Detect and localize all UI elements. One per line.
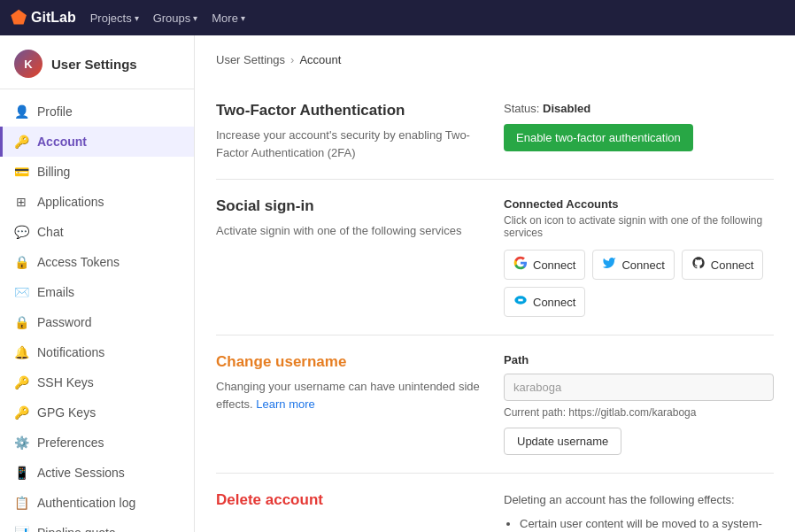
breadcrumb-separator: › — [290, 53, 294, 66]
two-factor-section: Two-Factor Authentication Increase your … — [216, 84, 774, 180]
sidebar-title: User Settings — [51, 57, 137, 72]
path-label: Path — [504, 353, 774, 366]
github-connect-button[interactable]: Connect — [682, 250, 763, 280]
sidebar-navigation: 👤 Profile 🔑 Account 💳 Billing ⊞ Applicat… — [0, 89, 194, 532]
password-icon: 🔒 — [14, 315, 28, 329]
sidebar-item-chat[interactable]: 💬 Chat — [0, 217, 194, 247]
sidebar-item-password[interactable]: 🔒 Password — [0, 307, 194, 337]
sidebar-item-active-sessions[interactable]: 📱 Active Sessions — [0, 458, 194, 488]
nav-more[interactable]: More ▾ — [212, 12, 245, 25]
connected-accounts-title: Connected Accounts — [504, 197, 774, 211]
social-signin-left: Social sign-in Activate signin with one … — [216, 197, 486, 240]
applications-icon: ⊞ — [14, 195, 28, 209]
avatar: K — [14, 50, 42, 78]
gpg-keys-icon: 🔑 — [14, 405, 28, 420]
top-navigation: ⬟ GitLab Projects ▾ Groups ▾ More ▾ — [0, 0, 795, 35]
two-factor-right: Status: Disabled Enable two-factor authe… — [504, 102, 774, 151]
sidebar-item-emails[interactable]: ✉️ Emails — [0, 277, 194, 307]
sidebar-item-pipeline-quota[interactable]: 📊 Pipeline quota — [0, 518, 194, 532]
sidebar-item-preferences[interactable]: ⚙️ Preferences — [0, 428, 194, 458]
twitter-connect-button[interactable]: Connect — [592, 250, 674, 280]
social-signin-desc: Activate signin with one of the followin… — [216, 222, 486, 240]
chevron-down-icon: ▾ — [135, 13, 139, 23]
change-username-section: Change username Changing your username c… — [216, 335, 774, 474]
app-name: GitLab — [31, 10, 76, 26]
social-buttons-row: Connect Connect — [504, 250, 774, 280]
delete-account-left: Delete account — [216, 491, 486, 516]
notifications-icon: 🔔 — [14, 345, 28, 359]
nav-groups[interactable]: Groups ▾ — [153, 12, 198, 25]
google-icon — [513, 256, 528, 274]
enable-2fa-button[interactable]: Enable two-factor authentication — [504, 124, 693, 151]
app-logo[interactable]: ⬟ GitLab — [11, 7, 76, 28]
salesforce-icon — [513, 293, 528, 311]
change-username-left: Change username Changing your username c… — [216, 353, 486, 412]
change-username-right: Path Current path: https://gitlab.com/ka… — [504, 353, 774, 455]
two-factor-desc: Increase your account's security by enab… — [216, 127, 486, 161]
two-factor-status: Status: Disabled — [504, 102, 774, 115]
active-sessions-icon: 📱 — [14, 466, 28, 480]
breadcrumb-parent[interactable]: User Settings — [216, 53, 285, 66]
update-username-button[interactable]: Update username — [504, 428, 621, 455]
chevron-down-icon: ▾ — [241, 13, 245, 23]
sidebar-item-notifications[interactable]: 🔔 Notifications — [0, 337, 194, 367]
auth-log-icon: 📋 — [14, 496, 28, 510]
learn-more-link[interactable]: Learn more — [256, 397, 314, 411]
sidebar-item-billing[interactable]: 💳 Billing — [0, 157, 194, 187]
emails-icon: ✉️ — [14, 285, 28, 299]
two-factor-left: Two-Factor Authentication Increase your … — [216, 102, 486, 161]
github-icon — [691, 256, 706, 274]
delete-effect-1: Certain user content will be moved to a … — [520, 515, 774, 532]
salesforce-connect-button[interactable]: Connect — [504, 287, 585, 317]
sidebar: K User Settings 👤 Profile 🔑 Account 💳 Bi… — [0, 35, 195, 532]
sidebar-item-gpg-keys[interactable]: 🔑 GPG Keys — [0, 397, 194, 428]
preferences-icon: ⚙️ — [14, 436, 28, 450]
social-signin-title: Social sign-in — [216, 197, 486, 215]
two-factor-title: Two-Factor Authentication — [216, 102, 486, 120]
sidebar-header: K User Settings — [0, 35, 194, 89]
ssh-keys-icon: 🔑 — [14, 375, 28, 389]
nav-projects[interactable]: Projects ▾ — [90, 12, 139, 25]
profile-icon: 👤 — [14, 104, 28, 119]
delete-account-section: Delete account Deleting an account has t… — [216, 474, 774, 532]
sidebar-item-ssh-keys[interactable]: 🔑 SSH Keys — [0, 367, 194, 397]
sidebar-item-applications[interactable]: ⊞ Applications — [0, 187, 194, 217]
sidebar-item-profile[interactable]: 👤 Profile — [0, 96, 194, 127]
twitter-icon — [602, 256, 616, 274]
google-connect-button[interactable]: Connect — [504, 250, 585, 280]
delete-effects: Deleting an account has the following ef… — [504, 491, 774, 532]
social-signin-right: Connected Accounts Click on icon to acti… — [504, 197, 774, 317]
delete-account-title: Delete account — [216, 491, 486, 509]
current-path-text: Current path: https://gitlab.com/karabog… — [504, 406, 774, 419]
chat-icon: 💬 — [14, 225, 28, 239]
pipeline-icon: 📊 — [14, 526, 28, 532]
delete-account-right: Deleting an account has the following ef… — [504, 491, 774, 532]
connected-accounts-desc: Click on icon to activate signin with on… — [504, 214, 774, 239]
social-buttons-row2: Connect — [504, 287, 774, 317]
sidebar-item-account[interactable]: 🔑 Account — [0, 127, 194, 157]
sidebar-item-authentication-log[interactable]: 📋 Authentication log — [0, 488, 194, 518]
sidebar-item-access-tokens[interactable]: 🔒 Access Tokens — [0, 247, 194, 277]
change-username-title: Change username — [216, 353, 486, 371]
username-input[interactable] — [504, 374, 774, 401]
billing-icon: 💳 — [14, 165, 28, 179]
access-tokens-icon: 🔒 — [14, 255, 28, 269]
chevron-down-icon: ▾ — [193, 13, 197, 23]
breadcrumb: User Settings › Account — [216, 53, 774, 66]
breadcrumb-current: Account — [299, 53, 341, 66]
social-signin-section: Social sign-in Activate signin with one … — [216, 180, 774, 335]
account-icon: 🔑 — [14, 135, 28, 149]
gitlab-icon: ⬟ — [11, 7, 26, 28]
main-content: User Settings › Account Two-Factor Authe… — [195, 35, 795, 532]
change-username-desc: Changing your username can have unintend… — [216, 378, 486, 412]
